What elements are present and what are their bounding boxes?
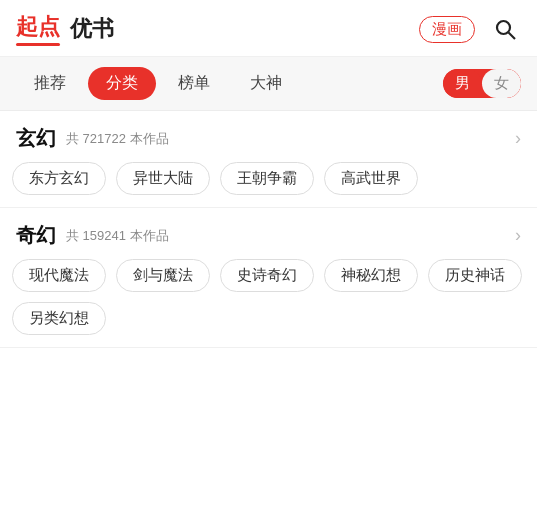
section-qihuan: 奇幻共 159241 本作品›现代魔法剑与魔法史诗奇幻神秘幻想历史神话另类幻想 <box>0 208 537 348</box>
section-title-xuanhuan: 玄幻 <box>16 125 56 152</box>
svg-line-1 <box>509 33 516 40</box>
tab-recommend[interactable]: 推荐 <box>16 67 84 100</box>
gender-male-button[interactable]: 男 <box>443 69 482 98</box>
nav-tabs: 推荐 分类 榜单 大神 男 女 <box>0 57 537 111</box>
tag-item[interactable]: 神秘幻想 <box>324 259 418 292</box>
section-header-xuanhuan[interactable]: 玄幻共 721722 本作品› <box>0 111 537 162</box>
search-button[interactable] <box>489 13 521 45</box>
section-header-qihuan[interactable]: 奇幻共 159241 本作品› <box>0 208 537 259</box>
search-icon <box>493 17 517 41</box>
svg-point-0 <box>497 21 510 34</box>
tags-qihuan: 现代魔法剑与魔法史诗奇幻神秘幻想历史神话另类幻想 <box>0 259 537 335</box>
gender-female-button[interactable]: 女 <box>482 69 521 98</box>
section-xuanhuan: 玄幻共 721722 本作品›东方玄幻异世大陆王朝争霸高武世界 <box>0 111 537 208</box>
section-count-qihuan: 共 159241 本作品 <box>66 227 515 245</box>
sections-container: 玄幻共 721722 本作品›东方玄幻异世大陆王朝争霸高武世界奇幻共 15924… <box>0 111 537 348</box>
tag-item[interactable]: 历史神话 <box>428 259 522 292</box>
tag-item[interactable]: 剑与魔法 <box>116 259 210 292</box>
header: 起点 优书 漫画 <box>0 0 537 57</box>
tab-masters[interactable]: 大神 <box>232 67 300 100</box>
manga-badge[interactable]: 漫画 <box>419 16 475 43</box>
tag-item[interactable]: 王朝争霸 <box>220 162 314 195</box>
tag-item[interactable]: 异世大陆 <box>116 162 210 195</box>
tag-item[interactable]: 另类幻想 <box>12 302 106 335</box>
gender-toggle: 男 女 <box>443 69 521 98</box>
tag-item[interactable]: 现代魔法 <box>12 259 106 292</box>
tag-item[interactable]: 东方玄幻 <box>12 162 106 195</box>
tag-item[interactable]: 史诗奇幻 <box>220 259 314 292</box>
logo-qidian[interactable]: 起点 <box>16 12 60 46</box>
tab-ranking[interactable]: 榜单 <box>160 67 228 100</box>
tags-xuanhuan: 东方玄幻异世大陆王朝争霸高武世界 <box>0 162 537 195</box>
logo-youshu: 优书 <box>70 14 114 44</box>
section-count-xuanhuan: 共 721722 本作品 <box>66 130 515 148</box>
chevron-right-icon: › <box>515 128 521 149</box>
tab-category[interactable]: 分类 <box>88 67 156 100</box>
tag-item[interactable]: 高武世界 <box>324 162 418 195</box>
chevron-right-icon: › <box>515 225 521 246</box>
section-title-qihuan: 奇幻 <box>16 222 56 249</box>
